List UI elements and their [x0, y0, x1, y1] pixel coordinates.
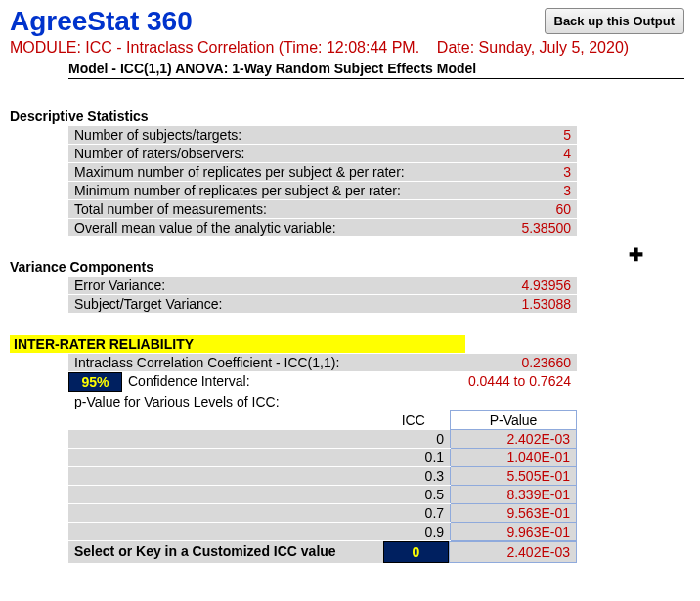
- stat-label: Number of raters/observers:: [68, 145, 474, 163]
- stat-label: Overall mean value of the analytic varia…: [68, 219, 474, 237]
- stat-label: Error Variance:: [68, 277, 474, 295]
- icc-value: 0.23660: [450, 354, 577, 371]
- spacer-cell: [68, 430, 376, 449]
- cell-cursor-icon: ✚: [629, 244, 643, 266]
- stat-value: 3: [474, 163, 577, 182]
- pvalue: 2.402E-03: [451, 430, 577, 449]
- pvalue: 1.040E-01: [451, 449, 577, 467]
- icc-level: 0.5: [376, 486, 450, 504]
- table-row: 0.35.505E-01: [68, 467, 577, 486]
- spacer-cell: [68, 523, 376, 541]
- table-row: 0.79.563E-01: [68, 504, 577, 523]
- table-row: Number of raters/observers:4: [68, 145, 577, 163]
- descriptive-header: Descriptive Statistics: [10, 108, 690, 124]
- stat-value: 3: [474, 182, 577, 200]
- spacer-cell: [68, 449, 376, 467]
- table-row: Error Variance:4.93956: [68, 277, 577, 295]
- descriptive-table: Number of subjects/targets:5Number of ra…: [68, 126, 577, 237]
- spacer-cell: [68, 467, 376, 486]
- table-row: 0.99.963E-01: [68, 523, 577, 541]
- stat-label: Subject/Target Variance:: [68, 295, 474, 314]
- icc-level: 0.9: [376, 523, 450, 541]
- stat-label: Minimum number of replicates per subject…: [68, 182, 474, 200]
- custom-icc-label: Select or Key in a Customized ICC value: [68, 541, 383, 563]
- stat-label: Total number of measurements:: [68, 200, 474, 219]
- table-row: Subject/Target Variance:1.53088: [68, 295, 577, 314]
- icc-level: 0.1: [376, 449, 450, 467]
- column-icc: ICC: [376, 411, 450, 430]
- table-row: Maximum number of replicates per subject…: [68, 163, 577, 182]
- confidence-interval-label: Confidence Interval:: [122, 372, 450, 392]
- stat-value: 4: [474, 145, 577, 163]
- stat-value: 4.93956: [474, 277, 577, 295]
- pvalue: 8.339E-01: [451, 486, 577, 504]
- custom-icc-pvalue: 2.402E-03: [449, 541, 577, 563]
- stat-value: 5.38500: [474, 219, 577, 237]
- table-row: Total number of measurements:60: [68, 200, 577, 219]
- custom-icc-input[interactable]: 0: [383, 541, 449, 563]
- table-row: 02.402E-03: [68, 430, 577, 449]
- pvalue-table: ICC P-Value 02.402E-030.11.040E-010.35.5…: [68, 410, 577, 541]
- model-line: Model - ICC(1,1) ANOVA: 1-Way Random Sub…: [68, 61, 684, 79]
- app-title: AgreeStat 360: [10, 6, 193, 37]
- stat-label: Number of subjects/targets:: [68, 126, 474, 145]
- table-row: 0.58.339E-01: [68, 486, 577, 504]
- icc-level: 0: [376, 430, 450, 449]
- inter-rater-banner: INTER-RATER RELIABILITY: [10, 335, 465, 353]
- table-row: Number of subjects/targets:5: [68, 126, 577, 145]
- backup-output-button[interactable]: Back up this Output: [545, 8, 685, 34]
- pvalue: 9.563E-01: [451, 504, 577, 523]
- icc-level: 0.7: [376, 504, 450, 523]
- table-row: 0.11.040E-01: [68, 449, 577, 467]
- variance-table: Error Variance:4.93956Subject/Target Var…: [68, 277, 577, 314]
- spacer-cell: [68, 486, 376, 504]
- table-row: Overall mean value of the analytic varia…: [68, 219, 577, 237]
- icc-level: 0.3: [376, 467, 450, 486]
- pvalue: 9.963E-01: [451, 523, 577, 541]
- spacer-cell: [68, 504, 376, 523]
- stat-value: 5: [474, 126, 577, 145]
- stat-value: 1.53088: [474, 295, 577, 314]
- stat-value: 60: [474, 200, 577, 219]
- module-line: MODULE: ICC - Intraclass Correlation (Ti…: [10, 39, 690, 57]
- icc-label: Intraclass Correlation Coefficient - ICC…: [68, 354, 450, 371]
- pvalue-header: p-Value for Various Levels of ICC:: [68, 393, 577, 410]
- pvalue: 5.505E-01: [451, 467, 577, 486]
- stat-label: Maximum number of replicates per subject…: [68, 163, 474, 182]
- table-row: Minimum number of replicates per subject…: [68, 182, 577, 200]
- confidence-interval-value: 0.0444 to 0.7624: [450, 372, 577, 392]
- confidence-level-input[interactable]: 95%: [68, 372, 122, 392]
- variance-header: Variance Components: [10, 259, 690, 275]
- column-pvalue: P-Value: [451, 411, 577, 430]
